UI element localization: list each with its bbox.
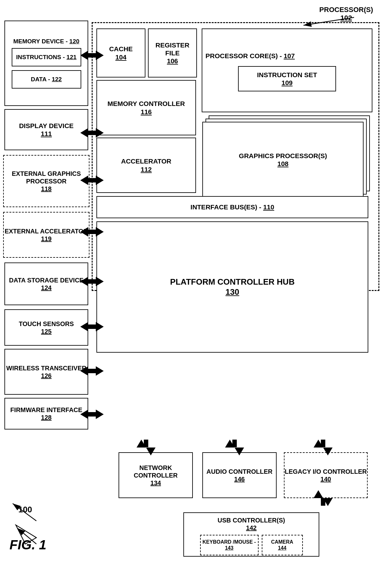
figure-label: FIG. 1 <box>9 537 46 553</box>
svg-rect-25 <box>88 369 96 373</box>
camera-box: CAMERA 144 <box>262 535 303 555</box>
svg-marker-35 <box>314 440 323 448</box>
firmware-interface-box: FIRMWARE INTERFACE 128 <box>4 398 88 429</box>
memory-controller-box: MEMORY CONTROLLER 116 <box>96 80 196 135</box>
display-device-box: DISPLAY DEVICE 111 <box>4 109 88 150</box>
graphics-processor-box: GRAPHICS PROCESSOR(S) 108 <box>202 122 364 198</box>
accelerator-box: ACCELERATOR 112 <box>96 138 196 193</box>
memory-device-box: MEMORY DEVICE - 120 INSTRUCTIONS - 121 D… <box>4 21 88 106</box>
wireless-transceiver-box: WIRELESS TRANSCEIVER 126 <box>4 349 88 395</box>
keyboard-mouse-box: KEYBOARD /MOUSE - 143 <box>200 535 259 555</box>
diagram: PROCESSOR(S) 102 MEMORY DEVICE - 120 INS… <box>0 0 392 562</box>
svg-line-44 <box>13 503 36 521</box>
instructions-box: INSTRUCTIONS - 121 <box>12 48 81 66</box>
processors-label: PROCESSOR(S) 102 <box>319 6 373 22</box>
audio-controller-box: AUDIO CONTROLLER 146 <box>202 452 277 498</box>
data-storage-box: DATA STORAGE DEVICE 124 <box>4 262 88 305</box>
external-graphics-box: EXTERNAL GRAPHICS PROCESSOR 118 <box>3 155 89 207</box>
platform-controller-box: PLATFORM CONTROLLER HUB 130 <box>96 221 368 353</box>
svg-rect-34 <box>232 440 237 447</box>
svg-rect-40 <box>321 498 325 506</box>
svg-rect-31 <box>144 440 148 447</box>
interface-bus-box: INTERFACE BUS(ES) - 110 <box>96 196 368 218</box>
legacy-io-box: LEGACY I/O CONTROLLER 140 <box>284 452 368 498</box>
svg-rect-22 <box>88 324 96 329</box>
external-accelerator-box: EXTERNAL ACCELERATOR 119 <box>3 212 89 258</box>
processor-core-box: PROCESSOR CORE(S) - 107 INSTRUCTION SET … <box>202 28 372 112</box>
svg-marker-24 <box>96 366 104 376</box>
svg-marker-32 <box>225 440 235 448</box>
svg-marker-39 <box>323 498 333 506</box>
network-controller-box: NETWORK CONTROLLER 134 <box>119 452 193 498</box>
number-arrow <box>6 499 44 524</box>
svg-rect-37 <box>321 440 325 447</box>
usb-controller-box: USB CONTROLLER(S) 142 KEYBOARD /MOUSE - … <box>183 512 319 557</box>
touch-sensors-box: TOUCH SENSORS 125 <box>4 309 88 346</box>
svg-rect-28 <box>88 412 96 417</box>
cache-box: CACHE 104 <box>96 28 145 77</box>
svg-marker-27 <box>96 410 104 419</box>
register-file-box: REGISTER FILE 106 <box>148 28 197 77</box>
data-box: DATA - 122 <box>12 70 81 89</box>
svg-marker-29 <box>137 440 146 448</box>
instruction-set-box: INSTRUCTION SET 109 <box>238 66 336 91</box>
